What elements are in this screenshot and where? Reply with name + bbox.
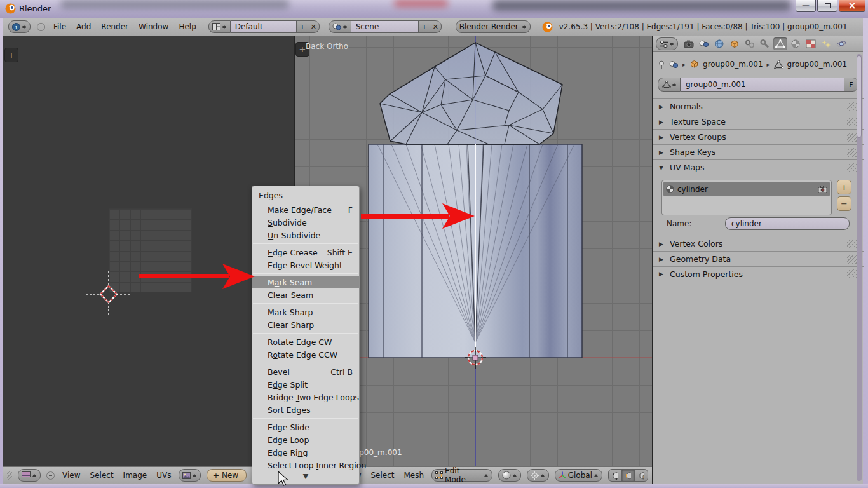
render-camera-icon[interactable]: [818, 186, 827, 193]
editor-type-selector-info[interactable]: i: [8, 20, 31, 33]
panel-drag-grip[interactable]: [847, 133, 857, 142]
minimize-button[interactable]: —: [796, 0, 816, 12]
panel-drag-grip[interactable]: [847, 255, 857, 264]
menu-item[interactable]: Edge Ring: [252, 446, 359, 459]
add-uv-map-button[interactable]: +: [837, 180, 851, 194]
vertex-select-mode-button[interactable]: [608, 469, 621, 482]
menu-item[interactable]: Subdivide: [252, 216, 359, 229]
menu-item[interactable]: Mark Sharp: [252, 306, 359, 318]
menu-item[interactable]: Edge Slide: [252, 421, 359, 433]
close-button[interactable]: ×: [839, 0, 865, 12]
uv-menu-uvs[interactable]: UVs: [154, 471, 173, 480]
viewport-shading-dropdown[interactable]: [498, 469, 521, 482]
menu-item[interactable]: Make Edge/FaceF: [252, 203, 359, 216]
region-expand-tab[interactable]: +: [4, 48, 18, 62]
remove-uv-map-button[interactable]: −: [837, 196, 851, 211]
tab-modifiers[interactable]: [758, 37, 772, 50]
panel-drag-grip[interactable]: [847, 269, 857, 278]
add-layout-button[interactable]: +: [297, 20, 308, 33]
collapse-menus-icon[interactable]: [46, 471, 55, 480]
collapse-menus-icon[interactable]: [37, 23, 45, 31]
menu-render[interactable]: Render: [99, 22, 130, 31]
menu-item[interactable]: Rotate Edge CW: [252, 336, 359, 348]
delete-scene-button[interactable]: ✕: [430, 20, 442, 33]
panel-vertex-groups[interactable]: ▶Vertex Groups: [653, 129, 864, 144]
menu-add[interactable]: Add: [74, 22, 93, 31]
tab-texture[interactable]: [804, 37, 818, 50]
image-datablock-selector[interactable]: [179, 469, 201, 482]
title-bar[interactable]: Blender — ×: [0, 0, 868, 18]
tab-constraints[interactable]: [743, 37, 757, 50]
panel-drag-grip[interactable]: [847, 240, 857, 248]
uv-name-input[interactable]: cylinder: [725, 217, 850, 230]
tab-object-data[interactable]: [773, 37, 787, 50]
uv-menu-view[interactable]: View: [60, 471, 82, 480]
menu-item[interactable]: Edge Split: [252, 378, 359, 391]
menu-item[interactable]: Bridge Two Edge Loops: [252, 391, 359, 403]
maximize-button[interactable]: [817, 0, 837, 12]
scene-icon[interactable]: [669, 60, 679, 69]
menu-item[interactable]: Mark Seam: [252, 276, 359, 288]
tab-material[interactable]: [789, 37, 803, 50]
screen-layout-name-field[interactable]: Default: [231, 20, 297, 33]
panel-drag-grip[interactable]: [847, 118, 857, 126]
menu-item[interactable]: BevelCtrl B: [252, 365, 359, 378]
pin-icon[interactable]: [658, 60, 665, 69]
edge-select-mode-button[interactable]: [621, 469, 635, 482]
menu-item[interactable]: Edge Loop: [252, 433, 359, 446]
panel-drag-grip[interactable]: [847, 102, 857, 111]
menu-item[interactable]: Select Loop Inner-Region: [252, 459, 359, 471]
panel-geometry-data[interactable]: ▶Geometry Data: [653, 251, 864, 266]
panel-custom-properties[interactable]: ▶Custom Properties: [653, 266, 864, 281]
view3d-menu-mesh[interactable]: Mesh: [402, 471, 426, 480]
menu-more-indicator[interactable]: ▼: [252, 471, 359, 482]
menu-file[interactable]: File: [51, 22, 68, 31]
panel-drag-grip[interactable]: [847, 163, 857, 172]
menu-item[interactable]: Rotate Edge CCW: [252, 348, 359, 361]
tab-scene[interactable]: [697, 37, 711, 50]
editor-type-selector-properties[interactable]: [656, 37, 678, 50]
view3d-menu-select[interactable]: Select: [369, 471, 396, 480]
properties-scrollbar[interactable]: [857, 54, 862, 481]
uv-map-list-item[interactable]: cylinder: [663, 182, 830, 196]
tab-physics[interactable]: [834, 37, 848, 50]
face-select-mode-button[interactable]: [635, 469, 648, 482]
mesh-name-field[interactable]: group00_m.001: [681, 78, 844, 92]
mesh-datablock-selector[interactable]: [658, 78, 681, 92]
scene-selector[interactable]: [329, 20, 351, 33]
breadcrumb-object-name[interactable]: group00_m.001: [703, 60, 763, 69]
tab-render[interactable]: [682, 37, 696, 50]
menu-window[interactable]: Window: [137, 22, 170, 31]
tab-particles[interactable]: [819, 37, 833, 50]
panel-shape-keys[interactable]: ▶Shape Keys: [653, 144, 864, 159]
screen-layout-selector[interactable]: [208, 20, 231, 33]
menu-item[interactable]: Un-Subdivide: [252, 229, 359, 241]
uv-menu-image[interactable]: Image: [121, 471, 149, 480]
menu-item[interactable]: Sort Edges: [252, 403, 359, 416]
menu-item[interactable]: Clear Seam: [252, 288, 359, 301]
editor-type-selector-image[interactable]: [18, 469, 41, 482]
panel-texture-space[interactable]: ▶Texture Space: [653, 114, 864, 129]
menu-item[interactable]: Edge Bevel Weight: [252, 259, 359, 271]
delete-layout-button[interactable]: ✕: [308, 20, 320, 33]
region-corner-grip[interactable]: [7, 471, 12, 480]
panel-drag-grip[interactable]: [847, 148, 857, 157]
menu-item[interactable]: Edge CreaseShift E: [252, 246, 359, 259]
render-engine-dropdown[interactable]: Blender Render: [456, 20, 531, 33]
new-image-button[interactable]: + New: [207, 469, 246, 482]
add-scene-button[interactable]: +: [419, 20, 430, 33]
uv-menu-select[interactable]: Select: [88, 471, 116, 480]
panel-vertex-colors[interactable]: ▶Vertex Colors: [653, 236, 864, 251]
mode-dropdown[interactable]: Edit Mode: [431, 469, 492, 482]
tab-object[interactable]: [728, 37, 742, 50]
panel-normals[interactable]: ▶Normals: [653, 98, 864, 114]
scene-name-field[interactable]: Scene: [351, 20, 419, 33]
scrollbar-thumb[interactable]: [857, 55, 862, 138]
pivot-point-dropdown[interactable]: [527, 469, 549, 482]
breadcrumb-data-name[interactable]: group00_m.001: [787, 60, 848, 69]
tab-world[interactable]: [712, 37, 726, 50]
panel-uv-maps[interactable]: ▼UV Maps: [653, 159, 864, 175]
menu-help[interactable]: Help: [177, 22, 198, 31]
transform-orientation-dropdown[interactable]: Global: [555, 469, 602, 482]
menu-item[interactable]: Clear Sharp: [252, 318, 359, 331]
